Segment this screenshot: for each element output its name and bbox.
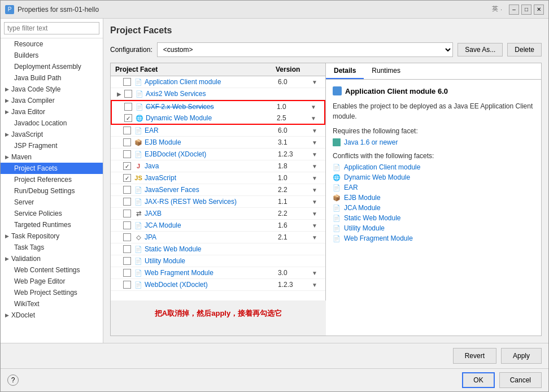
facet-checkbox[interactable] (123, 257, 131, 265)
facet-row[interactable]: ◇ JPA 2.1 ▼ (111, 232, 325, 243)
sidebar-item-java-compiler[interactable]: ▶Java Compiler (1, 95, 103, 106)
version-arrow[interactable]: ▼ (312, 282, 321, 288)
sidebar-item-resource[interactable]: Resource (1, 38, 103, 50)
sidebar-item-web-page-editor[interactable]: Web Page Editor (1, 276, 103, 287)
revert-button[interactable]: Revert (453, 348, 496, 364)
facet-checkbox[interactable] (123, 186, 131, 194)
sidebar-item-xdoclet[interactable]: ▶XDoclet (1, 310, 103, 321)
facet-checkbox[interactable] (123, 233, 131, 241)
facet-row[interactable]: 📄 Static Web Module (111, 243, 325, 255)
facet-checkbox[interactable] (124, 90, 132, 98)
facet-row[interactable]: 📄 EAR 6.0 ▼ (111, 125, 325, 137)
restore-button[interactable]: □ (521, 5, 531, 15)
version-arrow[interactable]: ▼ (312, 175, 321, 181)
version-arrow[interactable]: ▼ (312, 128, 321, 134)
details-description: Enables the project to be deployed as a … (333, 101, 534, 121)
sidebar-item-validation[interactable]: ▶Validation (1, 253, 103, 264)
sidebar-item-run/debug-settings[interactable]: Run/Debug Settings (1, 185, 103, 197)
facet-icon-doc: 📄 (134, 269, 142, 277)
save-as-button[interactable]: Save As... (457, 43, 503, 56)
facet-row[interactable]: 📄 Utility Module (111, 255, 325, 267)
sidebar-item-task-tags[interactable]: Task Tags (1, 242, 103, 253)
facet-row[interactable]: 📄 JCA Module 1.6 ▼ (111, 220, 325, 232)
facet-row[interactable]: JS JavaScript 1.0 ▼ (111, 172, 325, 184)
tab-runtimes[interactable]: Runtimes (364, 63, 408, 79)
apply-button[interactable]: Apply (501, 348, 542, 364)
conflict-item-icon: 📄 (333, 184, 341, 191)
facet-row[interactable]: 📄 EJBDoclet (XDoclet) 1.2.3 ▼ (111, 149, 325, 160)
version-arrow[interactable]: ▼ (312, 270, 321, 276)
minimize-button[interactable]: – (509, 5, 519, 15)
facet-checkbox[interactable] (123, 281, 131, 289)
sidebar-item-task-repository[interactable]: ▶Task Repository (1, 230, 103, 242)
version-arrow[interactable]: ▼ (312, 140, 321, 146)
facet-row[interactable]: ▶ 📄 Axis2 Web Services (111, 88, 325, 100)
facet-checkbox[interactable] (123, 162, 131, 170)
sidebar-item-builders[interactable]: Builders (1, 50, 103, 61)
version-arrow[interactable]: ▼ (312, 199, 321, 205)
facet-checkbox[interactable] (123, 269, 131, 277)
version-arrow[interactable]: ▼ (311, 104, 320, 110)
facet-checkbox[interactable] (123, 138, 131, 146)
sidebar-item-service-policies[interactable]: Service Policies (1, 208, 103, 219)
conflict-item-icon: 📄 (333, 225, 341, 232)
version-arrow[interactable]: ▼ (312, 234, 321, 241)
sidebar-item-java-code-style[interactable]: ▶Java Code Style (1, 84, 103, 95)
sidebar-item-project-references[interactable]: Project References (1, 174, 103, 185)
sidebar-item-label: Resource (14, 40, 43, 48)
facet-checkbox[interactable] (123, 127, 131, 134)
facet-row[interactable]: J Java 1.8 ▼ (111, 160, 325, 172)
facet-row[interactable]: 📄 JAX-RS (REST Web Services) 1.1 ▼ (111, 196, 325, 208)
facet-checkbox[interactable] (123, 198, 131, 206)
version-arrow[interactable]: ▼ (311, 115, 320, 121)
sidebar-item-label: Web Project Settings (14, 289, 77, 297)
help-button[interactable]: ? (7, 374, 19, 386)
sidebar-item-java-build-path[interactable]: Java Build Path (1, 72, 103, 84)
facet-checkbox[interactable] (124, 114, 132, 122)
facet-row[interactable]: 📄 Web Fragment Module 3.0 ▼ (111, 267, 325, 279)
version-arrow[interactable]: ▼ (312, 163, 321, 169)
sidebar-item-javascript[interactable]: ▶JavaScript (1, 129, 103, 140)
facet-row[interactable]: 📄 WebDoclet (XDoclet) 1.2.3 ▼ (111, 279, 325, 291)
facet-checkbox[interactable] (124, 103, 132, 111)
sidebar-item-java-editor[interactable]: ▶Java Editor (1, 106, 103, 117)
cancel-button[interactable]: Cancel (499, 372, 542, 388)
delete-button[interactable]: Delete (507, 43, 542, 56)
sidebar-item-wikitext[interactable]: WikiText (1, 298, 103, 310)
version-arrow[interactable]: ▼ (312, 79, 321, 85)
facet-checkbox[interactable] (123, 174, 131, 182)
version-arrow[interactable]: ▼ (312, 151, 321, 158)
facet-icon-js: JS (134, 174, 142, 182)
details-requires-label: Requires the following facet: (333, 127, 534, 135)
sidebar-item-maven[interactable]: ▶Maven (1, 151, 103, 163)
version-arrow[interactable]: ▼ (312, 187, 321, 193)
sidebar-item-jsp-fragment[interactable]: JSP Fragment (1, 140, 103, 151)
search-input[interactable] (4, 22, 99, 34)
sidebar-item-project-facets[interactable]: Project Facets (1, 163, 103, 174)
facet-row[interactable]: 📄 CXF 2.x Web Services 1.0 ▼ (111, 100, 325, 112)
version-arrow[interactable]: ▼ (312, 211, 321, 217)
facet-row[interactable]: 🌐 Dynamic Web Module 2.5 ▼ A (111, 112, 325, 125)
tab-details[interactable]: Details (326, 63, 364, 79)
facet-row[interactable]: 📦 EJB Module 3.1 ▼ (111, 137, 325, 149)
sidebar-item-targeted-runtimes[interactable]: Targeted Runtimes (1, 219, 103, 230)
version-arrow[interactable]: ▼ (312, 223, 321, 229)
sidebar-item-web-content-settings[interactable]: Web Content Settings (1, 264, 103, 276)
facet-checkbox[interactable] (123, 150, 131, 158)
facet-icon-doc: 📄 (134, 150, 142, 158)
sidebar-item-web-project-settings[interactable]: Web Project Settings (1, 287, 103, 298)
close-button[interactable]: ✕ (534, 5, 544, 15)
sidebar-item-server[interactable]: Server (1, 197, 103, 208)
facet-checkbox[interactable] (123, 78, 131, 86)
config-select[interactable]: <custom> (157, 42, 454, 57)
facet-row[interactable]: ⇄ JAXB 2.2 ▼ (111, 208, 325, 220)
ok-button[interactable]: OK (462, 372, 494, 388)
facet-checkbox[interactable] (123, 210, 131, 217)
facet-checkbox[interactable] (123, 245, 131, 253)
facet-checkbox[interactable] (123, 221, 131, 229)
requires-item-label: Java 1.6 or newer (344, 138, 398, 146)
facet-row[interactable]: 📄 JavaServer Faces 2.2 ▼ (111, 184, 325, 196)
facet-row[interactable]: 📄 Application Client module 6.0 ▼ (111, 76, 325, 88)
sidebar-item-deployment-assembly[interactable]: Deployment Assembly (1, 61, 103, 72)
sidebar-item-javadoc-location[interactable]: Javadoc Location (1, 117, 103, 129)
